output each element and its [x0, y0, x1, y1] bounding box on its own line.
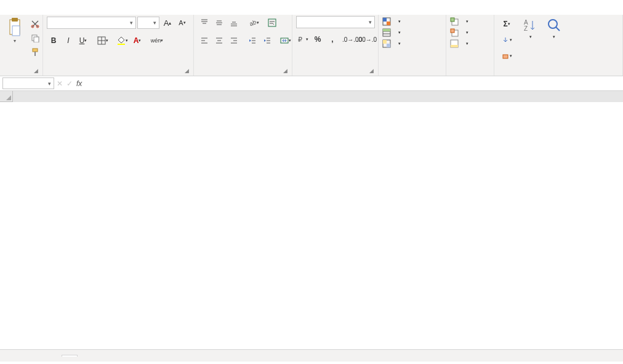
svg-text:ab: ab	[249, 18, 257, 27]
underline-button[interactable]: U▾	[76, 34, 90, 47]
accounting-button[interactable]: ₽▾	[296, 33, 310, 46]
decrease-decimal-button[interactable]: .00→.0	[360, 33, 374, 46]
svg-rect-42	[383, 18, 387, 22]
bold-button[interactable]: B	[47, 34, 60, 47]
format-painter-button[interactable]	[28, 46, 42, 59]
italic-button[interactable]: I	[62, 34, 75, 47]
border-button[interactable]: ▾	[96, 34, 110, 47]
select-all-corner[interactable]	[0, 91, 13, 102]
fill-button[interactable]: ▾	[498, 33, 515, 47]
svg-rect-12	[118, 44, 125, 45]
svg-point-60	[549, 20, 557, 28]
svg-rect-8	[34, 52, 36, 56]
conditional-formatting-button[interactable]: ▾	[382, 17, 401, 26]
svg-line-61	[556, 27, 560, 31]
svg-rect-2	[12, 26, 20, 36]
formula-bar-row: ▾ ✕ ✓ fx	[0, 76, 623, 91]
clear-button[interactable]: ▾	[498, 49, 515, 63]
svg-rect-54	[451, 29, 454, 33]
format-button[interactable]: ▾	[450, 39, 468, 48]
wrap-text-button[interactable]	[265, 16, 279, 30]
name-box[interactable]: ▾	[2, 77, 54, 89]
group-cells: ▾ ▾ ▾	[446, 15, 494, 76]
group-alignment: ab▾ ▾ ◢	[194, 15, 292, 76]
phonetic-button[interactable]: wén▾	[150, 34, 164, 47]
column-headers	[0, 91, 623, 102]
sheet-tabs	[0, 349, 623, 362]
number-launcher[interactable]: ◢	[368, 68, 374, 74]
group-styles: ▾ ▾ ▾	[379, 15, 446, 76]
cell-styles-button[interactable]: ▾	[382, 39, 401, 48]
font-color-button[interactable]: A▾	[131, 34, 144, 47]
sheet-tab[interactable]	[62, 355, 78, 357]
svg-rect-1	[12, 18, 18, 22]
align-right-button[interactable]	[227, 34, 241, 47]
percent-button[interactable]: %	[311, 33, 324, 46]
svg-rect-47	[383, 29, 390, 31]
format-as-table-button[interactable]: ▾	[382, 28, 401, 37]
autosum-button[interactable]: Σ▾	[498, 17, 515, 31]
decrease-indent-button[interactable]	[246, 34, 259, 47]
group-font: ▾ ▾ A▴ A▾ B I U▾ ▾ ▾ A▾ wén▾ ◢	[43, 15, 194, 76]
svg-rect-43	[387, 22, 390, 25]
number-format-combo[interactable]: ▾	[296, 16, 375, 28]
increase-indent-button[interactable]	[260, 34, 274, 47]
insert-button[interactable]: ▾	[450, 17, 468, 26]
align-top-button[interactable]	[198, 16, 211, 30]
font-size-combo[interactable]: ▾	[137, 17, 159, 29]
copy-button[interactable]	[28, 31, 42, 45]
cancel-icon[interactable]: ✕	[57, 79, 63, 88]
orientation-button[interactable]: ab▾	[247, 16, 260, 30]
svg-text:₽: ₽	[298, 36, 302, 43]
svg-rect-50	[387, 44, 390, 47]
align-launcher[interactable]: ◢	[282, 68, 288, 74]
svg-rect-7	[33, 49, 38, 52]
group-editing: Σ▾ ▾ ▾ AZ ▾ ▾	[494, 15, 623, 76]
group-clipboard: ▾ ◢	[0, 15, 43, 76]
decrease-font-button[interactable]: A▾	[175, 16, 189, 30]
delete-button[interactable]: ▾	[450, 28, 468, 37]
sort-filter-button[interactable]: AZ ▾	[520, 16, 541, 41]
clipboard-launcher[interactable]: ◢	[33, 68, 39, 74]
spreadsheet	[0, 91, 623, 362]
font-name-combo[interactable]: ▾	[47, 17, 136, 29]
cut-button[interactable]	[28, 17, 42, 31]
fill-color-button[interactable]: ▾	[116, 34, 129, 47]
svg-rect-49	[383, 40, 387, 44]
svg-rect-56	[451, 45, 458, 47]
paste-button[interactable]: ▾	[4, 16, 26, 45]
ribbon: ▾ ◢ ▾ ▾ A▴ A▾ B I U▾ ▾	[0, 15, 623, 76]
svg-rect-52	[451, 18, 454, 22]
increase-font-button[interactable]: A▴	[161, 16, 174, 30]
comma-button[interactable]: ,	[326, 33, 339, 46]
align-middle-button[interactable]	[212, 16, 226, 30]
fx-icon[interactable]: fx	[76, 79, 82, 88]
ribbon-tabs	[0, 0, 623, 15]
svg-rect-23	[268, 19, 276, 26]
formula-bar[interactable]	[84, 76, 623, 90]
merge-button[interactable]: ▾	[279, 34, 292, 47]
font-launcher[interactable]: ◢	[183, 68, 190, 74]
find-select-button[interactable]: ▾	[544, 16, 565, 41]
enter-icon[interactable]: ✓	[66, 79, 73, 88]
svg-rect-6	[34, 37, 39, 42]
align-left-button[interactable]	[198, 34, 211, 47]
group-number: ▾ ₽▾ % , .0→.00 .00→.0 ◢	[292, 15, 379, 76]
align-bottom-button[interactable]	[227, 16, 241, 30]
svg-rect-57	[503, 55, 508, 58]
svg-text:Z: Z	[524, 25, 528, 32]
align-center-button[interactable]	[212, 34, 226, 47]
